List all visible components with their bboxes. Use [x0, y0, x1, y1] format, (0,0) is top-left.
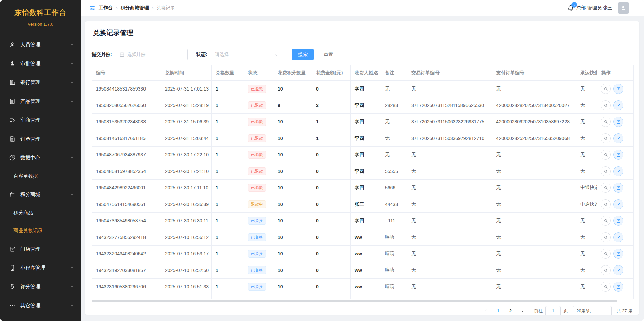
status-badge: 已退款 [248, 118, 266, 126]
table-cell: 1 [212, 262, 244, 279]
topbar-right: 2 总部-管理员 张三 [567, 2, 637, 14]
sidebar-item[interactable]: 数据中心 [0, 148, 81, 167]
status-badge: 已兑换 [248, 250, 266, 258]
view-button[interactable] [601, 216, 611, 226]
table-cell: 0 [312, 213, 351, 229]
table-cell: 嘻嘻 [381, 246, 407, 262]
bank-icon [9, 79, 16, 86]
column-header: 支付订单编号 [492, 65, 576, 81]
table-cell: 10 [273, 279, 312, 295]
sidebar-item[interactable]: 人员管理 [0, 35, 81, 54]
view-button[interactable] [601, 100, 611, 110]
view-button[interactable] [601, 282, 611, 292]
sidebar-item[interactable]: 银行管理 [0, 73, 81, 92]
search-button[interactable]: 搜索 [292, 49, 314, 60]
status-select[interactable]: 请选择 [211, 49, 283, 60]
table-cell: 李四 [351, 147, 381, 163]
avatar[interactable] [618, 2, 629, 14]
notification-bell-icon[interactable]: 2 [567, 4, 574, 12]
edit-button[interactable] [613, 232, 623, 242]
sidebar-item[interactable]: 产品管理 [0, 92, 81, 111]
sidebar-item-label: 审批管理 [20, 61, 40, 67]
table-cell: 无 [492, 163, 576, 180]
sidebar-item[interactable]: 审批管理 [0, 54, 81, 73]
sidebar-item[interactable]: 小程序管理 [0, 258, 81, 277]
view-button[interactable] [601, 84, 611, 94]
view-button[interactable] [601, 183, 611, 193]
month-picker-input[interactable]: 选择月份 [116, 49, 188, 60]
edit-button[interactable] [613, 249, 623, 259]
breadcrumb-item[interactable]: 积分商城管理 [121, 5, 149, 11]
status-cell: 已退款 [244, 180, 273, 196]
view-button[interactable] [601, 232, 611, 242]
view-button[interactable] [601, 117, 611, 127]
topbar: 工作台›积分商城管理›兑换记录 2 总部-管理员 张三 [81, 0, 644, 16]
status-cell: 已退款 [244, 163, 273, 180]
edit-button[interactable] [613, 100, 623, 110]
sidebar-subitem[interactable]: 直客单数据 [0, 167, 81, 185]
sidebar-item[interactable]: 评分管理 [0, 277, 81, 296]
table-cell: 无 [492, 81, 576, 97]
edit-button[interactable] [613, 265, 623, 275]
app-version: Version 1.7.0 [3, 22, 77, 27]
table-row: 19432327758552924182025-07-10 16:56:121已… [92, 229, 634, 246]
table-row: 19504868159788523542025-07-30 17:21:101已… [92, 163, 634, 180]
actions-cell [597, 229, 634, 246]
table-row: 19508146163176611852025-07-31 15:03:441已… [92, 130, 634, 147]
table-cell: 10 [273, 229, 312, 246]
view-button[interactable] [601, 199, 611, 209]
column-header: 备注 [381, 65, 407, 81]
page-number-button[interactable]: 2 [506, 307, 515, 315]
edit-button[interactable] [613, 282, 623, 292]
table-cell: 李四 [351, 180, 381, 196]
page-prev-button[interactable] [482, 307, 490, 315]
actions-cell [597, 213, 634, 229]
rating-icon [9, 283, 16, 290]
edit-button[interactable] [613, 150, 623, 160]
sidebar-item[interactable]: 订单管理 [0, 130, 81, 148]
edit-button[interactable] [613, 199, 623, 209]
view-button[interactable] [601, 265, 611, 275]
table-cell: 无 [407, 262, 492, 279]
order-icon [9, 136, 16, 142]
reset-button[interactable]: 重置 [318, 49, 339, 60]
table-cell: 1950484298922496001 [92, 180, 161, 196]
page-number-button[interactable]: 1 [494, 307, 503, 315]
view-button[interactable] [601, 249, 611, 259]
edit-button[interactable] [613, 84, 623, 94]
edit-button[interactable] [613, 216, 623, 226]
table-cell: 无 [492, 262, 576, 279]
view-button[interactable] [601, 133, 611, 143]
actions-cell [597, 114, 634, 130]
view-button[interactable] [601, 150, 611, 160]
goto-page-input[interactable] [545, 306, 561, 315]
page-size-select[interactable]: 20条/页 [573, 306, 612, 315]
view-button[interactable] [601, 166, 611, 176]
table-cell: 2025-07-31 17:01:13 [161, 81, 212, 97]
edit-button[interactable] [613, 166, 623, 176]
edit-button[interactable] [613, 133, 623, 143]
filter-bar: 提交月份: 选择月份 状态: 请选择 搜索 重置 [92, 43, 633, 65]
actions-cell [597, 97, 634, 114]
sidebar-subitem[interactable]: 积分商品 [0, 204, 81, 222]
sidebar-item[interactable]: 积分商城 [0, 185, 81, 204]
table-cell: 李四 [351, 213, 381, 229]
horizontal-scrollbar[interactable] [92, 300, 617, 302]
user-menu-chevron-down-icon[interactable] [632, 6, 637, 10]
edit-button[interactable] [613, 117, 623, 127]
table-cell: 1943232043408240642 [92, 246, 161, 262]
page-next-button[interactable] [518, 307, 527, 315]
sidebar-item[interactable]: 车商管理 [0, 111, 81, 130]
status-badge: 已退款 [248, 134, 266, 142]
sidebar-item[interactable]: 其它管理 [0, 296, 81, 315]
points-mall-icon [9, 191, 16, 198]
sidebar-item[interactable]: 门店管理 [0, 240, 81, 258]
table-cell: 1 [212, 229, 244, 246]
table-cell: 10 [273, 147, 312, 163]
table-cell: 无 [576, 262, 597, 279]
edit-button[interactable] [613, 183, 623, 193]
table-cell: 1 [212, 279, 244, 295]
sidebar-subitem[interactable]: 商品兑换记录 [0, 222, 81, 240]
month-placeholder: 选择月份 [127, 51, 146, 58]
breadcrumb-item[interactable]: 工作台 [99, 5, 113, 11]
